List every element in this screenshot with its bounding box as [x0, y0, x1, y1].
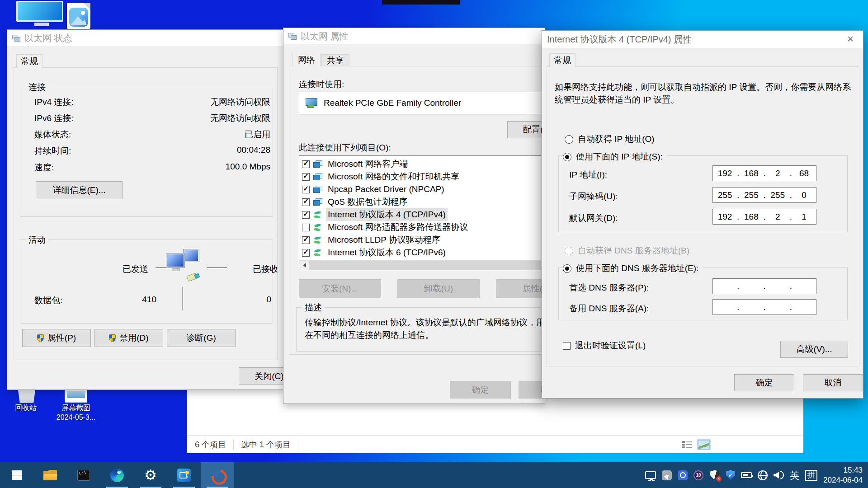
screen-capture-icon[interactable]: [678, 470, 688, 480]
tab-sharing[interactable]: 共享: [321, 54, 349, 66]
background-window-edge: [382, 0, 460, 5]
taskbar-file-explorer[interactable]: [33, 462, 67, 488]
tray-app-arrow-icon[interactable]: [662, 470, 672, 480]
defender-alert-icon[interactable]: [709, 470, 720, 481]
desktop-icon-image-file[interactable]: [67, 3, 90, 29]
tab-page: [14, 67, 278, 360]
screenshot-label-line2[interactable]: 2024-05-3...: [50, 413, 102, 422]
command-prompt-icon: [77, 470, 90, 481]
system-tray: 10 英 拼 15:43 2024-06-04: [645, 462, 868, 488]
tab-page: [289, 66, 543, 355]
tab-page: [547, 66, 859, 366]
ime-mode-indicator[interactable]: 拼: [805, 470, 817, 481]
ethernet-status-window: 以太网 状态 常规 连接 IPv4 连接:无网络访问权限 IPv6 连接:无网络…: [7, 29, 283, 390]
recycle-bin-icon[interactable]: [17, 389, 36, 403]
thumbnail-view-icon[interactable]: [698, 440, 710, 450]
window-title: 以太网 状态: [24, 32, 72, 44]
ipv4-properties-window: Internet 协议版本 4 (TCP/IPv4) 属性 常规 如果网络支持此…: [542, 30, 863, 399]
gear-icon: [144, 468, 157, 482]
desktop-icon-this-pc[interactable]: [16, 1, 67, 29]
ok-button[interactable]: 确定: [450, 381, 511, 399]
items-count: 6 个项目: [195, 439, 226, 450]
taskbar-edge[interactable]: [100, 462, 134, 488]
ethernet-icon: [288, 33, 297, 40]
window-title: Internet 协议版本 4 (TCP/IPv4) 属性: [547, 33, 692, 46]
window-title: 以太网 属性: [301, 30, 349, 42]
title-bar[interactable]: 以太网 属性: [283, 28, 545, 44]
tab-general[interactable]: 常规: [549, 53, 576, 67]
volume-icon[interactable]: [774, 471, 784, 479]
radio-icon[interactable]: [563, 153, 571, 161]
divider: [233, 440, 234, 450]
monitor-icon: [16, 1, 63, 22]
screenshot-label-line1[interactable]: 屏幕截图: [53, 404, 99, 413]
ime-language-indicator[interactable]: 英: [790, 469, 799, 482]
ethernet-icon: [12, 35, 20, 42]
recycle-bin-label[interactable]: 回收站: [7, 404, 44, 413]
title-bar[interactable]: 以太网 状态: [7, 30, 283, 46]
desktop-icon-screenshot-folder[interactable]: [65, 389, 87, 403]
divider: [298, 440, 298, 450]
edge-icon: [110, 469, 124, 482]
battery-icon[interactable]: [741, 472, 752, 478]
manual-dns-radio[interactable]: 使用下面的 DNS 服务器地址(E):: [563, 263, 703, 274]
manual-ip-radio[interactable]: 使用下面的 IP 地址(S):: [563, 151, 667, 163]
taskbar: 10 英 拼 15:43 2024-06-04: [0, 462, 868, 488]
details-view-icon[interactable]: [682, 440, 692, 449]
system-panel-icon: [177, 469, 191, 482]
folder-icon: [43, 470, 57, 480]
alert-badge: [716, 476, 722, 482]
title-bar[interactable]: Internet 协议版本 4 (TCP/IPv4) 属性: [542, 31, 863, 48]
display-connect-icon[interactable]: [645, 471, 656, 479]
close-icon[interactable]: [840, 32, 860, 46]
start-button[interactable]: [0, 462, 33, 488]
clock-time: 15:43: [823, 465, 863, 475]
photo-icon: [69, 8, 88, 27]
iobit-ten-icon[interactable]: 10: [693, 470, 703, 480]
taskbar-command-prompt[interactable]: [67, 462, 100, 488]
cancel-button[interactable]: 取消: [803, 374, 863, 391]
taskbar-snipping-tool[interactable]: [201, 462, 234, 488]
security-shield-icon[interactable]: [726, 470, 735, 480]
ethernet-properties-window: 以太网 属性 网络 共享 连接时使用: Realtek PCIe GbE Fam…: [283, 28, 545, 404]
taskbar-clock[interactable]: 15:43 2024-06-04: [823, 465, 863, 485]
explorer-status-bar: 6 个项目 选中 1 个项目: [187, 435, 803, 453]
ok-button[interactable]: 确定: [734, 374, 794, 391]
clock-date: 2024-06-04: [823, 475, 863, 485]
taskbar-system-panel[interactable]: [167, 462, 201, 488]
tab-network[interactable]: 网络: [292, 53, 321, 66]
radio-icon[interactable]: [563, 264, 571, 273]
scissors-icon: [210, 468, 225, 483]
taskbar-settings[interactable]: [134, 462, 167, 488]
close-button[interactable]: 关闭(C): [239, 367, 283, 385]
selected-count: 选中 1 个项目: [241, 439, 291, 450]
tab-general[interactable]: 常规: [16, 54, 42, 68]
no-internet-globe-icon[interactable]: [758, 470, 768, 480]
windows-logo-icon: [12, 470, 22, 480]
